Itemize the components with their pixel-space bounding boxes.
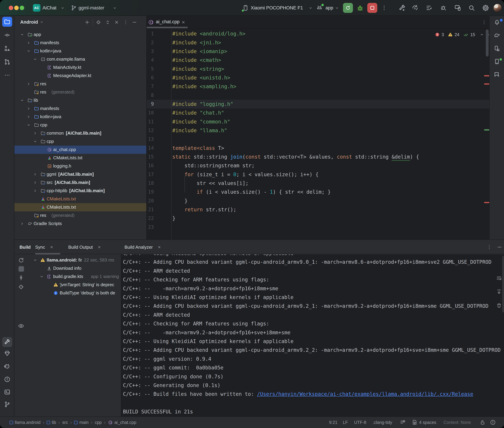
chevron-right-icon[interactable]	[33, 189, 37, 193]
sync-project-icon[interactable]: A	[411, 4, 419, 12]
search-icon[interactable]	[468, 4, 475, 12]
chevron-right-icon[interactable]	[33, 172, 37, 177]
caret-position[interactable]: 9:21	[329, 417, 337, 428]
project-view-selector[interactable]: Android	[20, 19, 38, 25]
inspections-widget[interactable]: 3 24 15	[435, 31, 489, 38]
tree-item-cmakelists-txt[interactable]: CMakeLists.txt	[14, 195, 147, 203]
code-line[interactable]: #include "logging.h"	[172, 100, 489, 109]
line-number[interactable]: 9	[147, 100, 154, 109]
code-line[interactable]: static std::string join(const std::vecto…	[172, 152, 489, 161]
code-line[interactable]: #include <sampling.h>	[172, 82, 489, 91]
settings-gear-icon[interactable]	[482, 4, 489, 12]
code-area[interactable]: 1#include <android/log.h>2#include <jni.…	[147, 29, 489, 239]
tree-item-cpp-httplib[interactable]: cpp-httplibcpp-httplib[AiChat.lib.main]	[14, 187, 147, 195]
soft-wrap-icon[interactable]	[496, 275, 502, 281]
error-stripe-mark[interactable]	[484, 129, 489, 131]
chevron-down-icon[interactable]	[20, 32, 24, 37]
build-tool-button[interactable]	[2, 337, 12, 347]
more-tools-button[interactable]	[2, 70, 12, 80]
breadcrumb-item[interactable]: src	[62, 420, 68, 425]
build-tree-item[interactable]: Download info	[14, 264, 121, 272]
chevron-right-icon[interactable]	[26, 106, 31, 111]
encoding[interactable]: UTF-8	[354, 417, 366, 428]
code-line[interactable]: #include <string>	[172, 65, 489, 74]
line-number[interactable]: 16	[147, 161, 154, 170]
line-number[interactable]: 2	[147, 38, 154, 47]
build-tree-item[interactable]: llama.android: fin22 sec, 583 ms	[14, 256, 121, 264]
code-line[interactable]: if (i < values.size() - 1) { str << deli…	[172, 188, 489, 197]
chevron-down-icon[interactable]	[20, 98, 24, 103]
code-line[interactable]: #include "common.h"	[172, 117, 489, 126]
build-options-kebab-icon[interactable]	[486, 244, 492, 250]
close-window-button[interactable]	[9, 6, 13, 10]
code-line[interactable]: template<class T>	[172, 144, 489, 153]
logcat-tool-button[interactable]	[2, 362, 12, 372]
line-number[interactable]: 13	[147, 135, 154, 144]
tree-item-lib[interactable]: lib	[14, 96, 147, 105]
project-tool-button[interactable]	[2, 17, 12, 27]
attach-debugger-icon[interactable]	[440, 4, 447, 12]
build-hammer-icon[interactable]	[398, 4, 406, 12]
tab-build-analyzer[interactable]: Build Analyzer	[125, 240, 161, 254]
tree-item-cmakelists-txt[interactable]: CMakeLists.txt	[14, 154, 147, 162]
error-indicator-icon[interactable]	[490, 419, 496, 425]
minimize-window-button[interactable]	[14, 6, 19, 10]
indent-config-icon[interactable]	[411, 419, 418, 425]
error-stripe-mark[interactable]	[484, 202, 489, 203]
breadcrumb-item[interactable]: cpp	[95, 420, 102, 425]
close-tab-icon[interactable]	[157, 245, 161, 249]
chevron-down-icon[interactable]	[33, 258, 37, 262]
locate-file-icon[interactable]	[96, 19, 101, 25]
terminal-tool-button[interactable]	[2, 387, 12, 397]
formatter-icon[interactable]	[400, 419, 406, 425]
code-line[interactable]: }	[172, 197, 489, 205]
line-number[interactable]: 19	[147, 188, 154, 197]
tree-item-common[interactable]: commoncommon[AiChat.lib.main]	[14, 129, 147, 137]
line-number[interactable]: 11	[147, 117, 154, 126]
chevron-down-icon[interactable]	[26, 49, 31, 53]
console-scrollbar[interactable]	[502, 256, 504, 313]
build-tree-item[interactable]: build.gradle.ktsapp 1 warning	[14, 272, 121, 281]
chevron-down-icon[interactable]	[33, 57, 37, 61]
build-console[interactable]: C/C++: -- Using KleidiAI optimized kerne…	[121, 255, 504, 417]
indent-size[interactable]: 4 spaces	[419, 417, 436, 428]
tree-item-messageadapter-kt[interactable]: MessageAdapter.kt	[14, 72, 147, 80]
device-manager-button[interactable]	[492, 43, 502, 53]
code-line[interactable]: }	[172, 214, 489, 223]
line-number[interactable]: 22	[147, 214, 154, 223]
pull-requests-tool-button[interactable]	[2, 57, 12, 67]
breadcrumb-item[interactable]: ai_chat.cpp	[114, 420, 136, 425]
code-line[interactable]: return str.str();	[172, 205, 489, 214]
running-devices-button[interactable]	[492, 57, 502, 66]
build-output-link[interactable]: /Users/hanyin/Workspace/ai-chat/examples…	[257, 391, 473, 397]
chevron-down-icon[interactable]	[33, 139, 37, 144]
hide-build-panel-icon[interactable]	[497, 244, 503, 250]
line-number[interactable]: 4	[147, 56, 154, 65]
tree-item-manifests[interactable]: manifests	[14, 105, 147, 113]
line-number[interactable]: 3	[147, 47, 154, 56]
chevron-right-icon[interactable]	[33, 131, 37, 135]
line-number[interactable]: 7	[147, 82, 154, 91]
line-number[interactable]: 10	[147, 108, 154, 117]
editor-scrollbar[interactable]	[486, 29, 488, 57]
lock-icon[interactable]	[479, 419, 486, 425]
app-quality-insights-button[interactable]	[2, 348, 12, 358]
scroll-to-end-icon[interactable]	[496, 289, 502, 295]
hide-panel-icon[interactable]	[132, 19, 137, 25]
line-number[interactable]: 1	[147, 29, 154, 38]
close-tab-icon[interactable]	[50, 245, 54, 249]
code-line[interactable]: #include "llama.h"	[172, 126, 489, 135]
tab-build-output[interactable]: Build Output	[68, 240, 101, 254]
add-icon[interactable]	[84, 19, 90, 25]
panel-options-kebab-icon[interactable]	[123, 19, 128, 25]
collapse-all-icon[interactable]	[114, 19, 119, 25]
tree-item-app[interactable]: app	[14, 31, 147, 39]
buildtab-scrollbar[interactable]	[35, 253, 60, 255]
zoom-window-button[interactable]	[20, 6, 24, 10]
stop-button[interactable]	[367, 3, 377, 13]
clang-tidy[interactable]: .clang-tidy	[373, 417, 392, 428]
version-control-tool-button[interactable]	[2, 399, 12, 409]
clear-console-trash-icon[interactable]	[496, 303, 502, 309]
code-line[interactable]: std::ostringstream str;	[172, 161, 489, 170]
device-mirror-icon[interactable]	[454, 4, 461, 12]
